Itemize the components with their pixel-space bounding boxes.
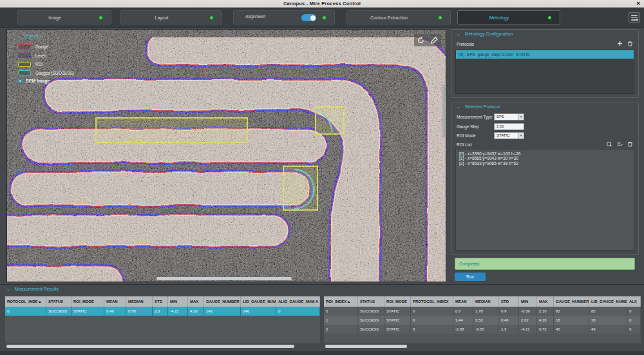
column-header[interactable]: MEAN <box>453 296 473 307</box>
protocol-item[interactable]: [0] - EPE gauge_step=2.0nm STATIC <box>456 50 634 59</box>
close-icon[interactable]: ✕ <box>635 1 641 7</box>
tab-metrology[interactable]: Metrology <box>457 10 560 24</box>
horizontal-scrollbar[interactable] <box>156 277 292 280</box>
gauge-step-field: Gauge Step 2.00 <box>457 123 633 131</box>
roi-list[interactable]: [0] - x=3390 y=9432 w=163 h=26[1] - x=85… <box>455 149 634 251</box>
column-header[interactable]: ALI( <box>627 296 641 307</box>
table-cell: 2.16 <box>537 307 554 316</box>
table-row[interactable]: 0SUCCESSSTATIC0.490.782.3-4.214.26146146… <box>5 307 320 316</box>
roi-list-toolbar: ROI List <box>457 141 633 149</box>
right-table-scrollbar[interactable] <box>325 345 407 348</box>
table-cell: 3.44 <box>453 316 473 325</box>
status-dot <box>323 16 326 19</box>
section-title: Selected Protocol <box>465 104 500 109</box>
tab-contour-extraction[interactable]: Contour Extraction <box>346 10 451 24</box>
gauges-success-swatch <box>18 70 31 75</box>
menu-icon[interactable] <box>629 12 640 23</box>
roi-mode-select[interactable]: STATIC ▾ <box>494 132 524 139</box>
column-header[interactable]: PROTOCOL_INDEX <box>411 296 453 307</box>
table-cell: 146 <box>204 307 241 316</box>
table-row[interactable]: 0SUCCESSSTATIC00.71.780.9-0.392.1682820 <box>324 307 641 316</box>
column-header[interactable]: MEAN <box>104 296 126 307</box>
table-cell: 0.49 <box>104 307 126 316</box>
column-header[interactable]: GAUGE_NUMBER <box>554 296 589 307</box>
add-roi-icon[interactable] <box>607 141 612 147</box>
legend-header[interactable]: ⌄Legend <box>18 34 102 39</box>
legend-item-sem-image: SEM Image <box>18 79 102 83</box>
vertical-scrollbar[interactable] <box>442 84 445 138</box>
sem-image-view[interactable]: ⌄Legend Gauge Level ROI Gauges [SUCCESS] <box>6 29 446 282</box>
tab-alignment[interactable]: Alignment <box>233 10 335 24</box>
table-cell: 1 <box>324 316 358 325</box>
column-header[interactable]: ALID_GAUGE_NUM A <box>276 296 320 307</box>
table-cell: 3.52 <box>473 316 499 325</box>
chevron-down-icon[interactable]: ▾ <box>518 133 524 139</box>
roi-swatch <box>18 62 31 67</box>
column-header[interactable]: LID_GAUGE_NUMB <box>589 296 627 307</box>
metrology-configuration-section: ⌄ Metrology Configuration Protocols [0] … <box>451 29 639 98</box>
column-header[interactable]: MIN <box>519 296 537 307</box>
results-table-left: ROTOCOL_INDE ▴STATUSROI_MODEMEANMEDIANST… <box>5 296 320 343</box>
table-cell: 0 <box>627 316 641 325</box>
column-header[interactable]: GAUGE_NUMBER <box>204 296 241 307</box>
measurement-type-select[interactable]: EPE ▾ <box>494 113 524 120</box>
column-header[interactable]: ROI_MODE <box>71 296 104 307</box>
table-cell: SUCCESS <box>358 307 384 316</box>
status-bar: Completed <box>455 258 635 270</box>
delete-roi-icon[interactable] <box>627 141 633 147</box>
table-cell: 0.46 <box>499 316 519 325</box>
tab-label: Metrology <box>489 15 509 20</box>
table-cell: 2 <box>324 325 358 334</box>
table-row[interactable]: 2SUCCESSSTATIC0-2.68-3.051.3-4.210.72464… <box>324 325 641 334</box>
tab-layout[interactable]: Layout <box>120 10 222 24</box>
roi-list-item[interactable]: [0] - x=3390 y=9432 w=163 h=26 <box>459 151 634 157</box>
column-header[interactable]: STD <box>499 296 519 307</box>
table-row[interactable]: 1SUCCESSSTATIC03.443.520.462.624.2618180 <box>324 316 641 325</box>
table-cell: STATIC <box>384 316 411 325</box>
gauge-swatch <box>18 44 31 50</box>
run-button[interactable]: Run <box>455 273 486 281</box>
add-protocol-icon[interactable] <box>617 41 623 46</box>
measurement-results-header[interactable]: ⌄ Measurement Results <box>0 285 644 293</box>
column-header[interactable]: ROTOCOL_INDE ▴ <box>5 296 46 307</box>
table-cell: 18 <box>589 316 627 325</box>
column-header[interactable]: STD <box>153 296 168 307</box>
selected-protocol-header[interactable]: ⌄ Selected Protocol <box>451 102 638 111</box>
table-cell: 46 <box>589 325 627 334</box>
legend: ⌄Legend Gauge Level ROI Gauges [SUCCESS] <box>18 34 102 83</box>
refresh-icon[interactable] <box>417 36 425 44</box>
alignment-toggle[interactable] <box>301 14 316 21</box>
selected-protocol-section: ⌄ Selected Protocol Measurement Type EPE… <box>451 102 639 255</box>
column-header[interactable]: MEDIAN <box>473 296 499 307</box>
tab-image[interactable]: Image <box>17 10 111 24</box>
table-cell: -4.21 <box>168 307 188 316</box>
edit-icon[interactable] <box>430 36 439 44</box>
table-cell: SUCCESS <box>46 307 71 316</box>
status-dot <box>210 16 213 19</box>
gauge-step-input[interactable]: 2.00 <box>494 123 524 130</box>
column-header[interactable]: MAX <box>188 296 204 307</box>
table-cell: 146 <box>241 307 276 316</box>
delete-protocol-icon[interactable] <box>627 41 633 46</box>
column-header[interactable]: LID_GAUGE_NUMI <box>241 296 276 307</box>
table-cell: STATIC <box>71 307 104 316</box>
column-header[interactable]: ROI_MODE <box>384 296 411 307</box>
roi-list-item[interactable]: [2] - x=8533 y=9065 w=39 h=52 <box>459 161 634 166</box>
roi-list-item[interactable]: [1] - x=8565 y=9043 w=30 h=30 <box>459 156 634 161</box>
column-header[interactable]: STATUS <box>46 296 71 307</box>
column-header[interactable]: MIN <box>168 296 188 307</box>
table-cell: SUCCESS <box>358 316 384 325</box>
protocols-list: [0] - EPE gauge_step=2.0nm STATIC <box>455 50 634 94</box>
roi-list-label: ROI List <box>457 142 471 147</box>
column-header[interactable]: MEDIAN <box>126 296 153 307</box>
column-header[interactable]: STATUS <box>358 296 384 307</box>
legend-item-gauges-success: Gauges [SUCCESS] <box>18 70 102 76</box>
edit-roi-icon[interactable] <box>617 141 623 147</box>
column-header[interactable]: ROI_INDEX ▴ <box>324 296 358 307</box>
metrology-configuration-header[interactable]: ⌄ Metrology Configuration <box>451 30 638 38</box>
legend-item-level: Level <box>18 53 102 59</box>
left-table-scrollbar[interactable] <box>6 345 294 348</box>
table-cell: 0 <box>627 307 641 316</box>
column-header[interactable]: MAX <box>537 296 554 307</box>
chevron-down-icon[interactable]: ▾ <box>518 114 524 120</box>
